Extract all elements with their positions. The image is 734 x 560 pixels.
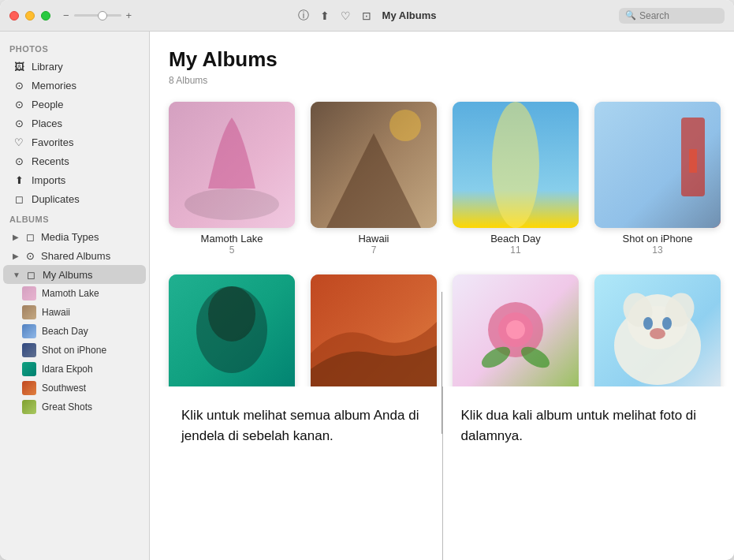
sidebar-item-favorites[interactable]: ♡ Favorites <box>3 133 146 151</box>
zoom-thumb[interactable] <box>98 11 107 21</box>
svg-point-16 <box>506 320 525 339</box>
sidebar-item-recents[interactable]: ⊙ Recents <box>3 151 146 170</box>
sidebar-item-library[interactable]: 🖼 Library <box>3 57 146 76</box>
sidebar-subitem-shot-on-iphone[interactable]: Shot on iPhone <box>0 341 149 360</box>
sidebar-item-label-favorites: Favorites <box>32 136 73 148</box>
subitem-thumb-southwest <box>22 381 36 395</box>
sidebar-subitem-idara-ekpoh[interactable]: Idara Ekpoh <box>0 360 149 379</box>
svg-rect-8 <box>689 149 697 173</box>
annotation-right: Klik dua kali album untuk melihat foto d… <box>442 386 735 560</box>
people-icon: ⊙ <box>13 98 25 110</box>
svg-point-1 <box>184 189 279 220</box>
subitem-label-southwest: Southwest <box>42 383 86 394</box>
maximize-button[interactable] <box>41 11 50 21</box>
chevron-down-icon: ▼ <box>13 271 20 279</box>
search-input[interactable] <box>639 10 718 21</box>
close-button[interactable] <box>9 11 19 21</box>
sidebar-subitem-beach-day[interactable]: Beach Day <box>0 322 149 341</box>
svg-point-5 <box>492 102 539 228</box>
sidebar-item-duplicates[interactable]: ◻ Duplicates <box>3 189 146 208</box>
album-count-mamoth-lake: 5 <box>229 245 235 256</box>
album-item-shot-on-iphone[interactable]: Shot on iPhone 13 <box>594 102 721 256</box>
sidebar-item-imports[interactable]: ⬆ Imports <box>3 170 146 189</box>
albums-grid: Mamoth Lake 5 <box>169 102 715 428</box>
subitem-label-great-shots: Great Shots <box>42 401 92 413</box>
subitem-thumb-great-shots <box>22 400 36 414</box>
sidebar-subitem-hawaii[interactable]: Hawaii <box>0 303 149 322</box>
zoom-out-button[interactable]: − <box>63 9 69 21</box>
sidebar-group-label-my-albums: My Albums <box>43 269 93 281</box>
favorites-icon: ♡ <box>13 136 25 148</box>
album-thumb-hawaii <box>311 102 437 228</box>
recents-icon: ⊙ <box>13 155 25 167</box>
titlebar-center: ⓘ ⬆ ♡ ⊡ My Albums <box>298 9 437 23</box>
sidebar-section-photos: Photos <box>0 38 149 57</box>
library-icon: 🖼 <box>13 60 25 73</box>
places-icon: ⊙ <box>13 117 25 129</box>
album-art-shot-on-iphone <box>594 102 721 228</box>
subitem-label-beach-day: Beach Day <box>42 326 88 337</box>
shared-albums-icon: ⊙ <box>24 249 36 262</box>
album-count-beach-day: 11 <box>510 245 520 256</box>
album-thumb-mamoth-lake <box>169 102 295 228</box>
sidebar: Photos 🖼 Library ⊙ Memories ⊙ People ⊙ P… <box>0 32 150 560</box>
info-icon[interactable]: ⓘ <box>298 9 309 23</box>
sidebar-item-label-places: Places <box>32 118 62 129</box>
album-name-shot-on-iphone: Shot on iPhone <box>623 233 693 245</box>
favorite-icon[interactable]: ♡ <box>341 9 351 22</box>
my-albums-icon: ◻ <box>25 268 38 281</box>
album-art-beach-day <box>453 102 579 228</box>
zoom-in-button[interactable]: + <box>126 9 132 21</box>
subitem-thumb-shot-on-iphone <box>22 343 36 357</box>
sidebar-group-shared-albums[interactable]: ▶ ⊙ Shared Albums <box>3 246 146 265</box>
sidebar-item-people[interactable]: ⊙ People <box>3 95 146 114</box>
share-icon[interactable]: ⬆ <box>320 9 330 22</box>
album-count-label: 8 Albums <box>169 75 715 86</box>
chevron-right-icon: ▶ <box>13 233 19 241</box>
album-item-mamoth-lake[interactable]: Mamoth Lake 5 <box>169 102 295 256</box>
sidebar-item-label-memories: Memories <box>32 80 76 91</box>
subitem-thumb-idara-ekpoh <box>22 362 36 376</box>
svg-point-24 <box>643 317 653 330</box>
duplicates-icon: ◻ <box>13 192 25 205</box>
album-name-hawaii: Hawaii <box>358 233 389 245</box>
annotation-area: Klik untuk melihat semua album Anda di j… <box>150 386 734 560</box>
album-art-southwest <box>311 274 437 401</box>
search-box[interactable]: 🔍 <box>619 8 725 24</box>
crop-icon[interactable]: ⊡ <box>362 9 371 22</box>
sidebar-item-memories[interactable]: ⊙ Memories <box>3 76 146 95</box>
album-art-puppy-pics <box>594 274 721 401</box>
chevron-right-icon-shared: ▶ <box>13 252 19 260</box>
sidebar-group-my-albums[interactable]: ▼ ◻ My Albums <box>3 265 146 284</box>
album-art-mamoth <box>169 102 295 228</box>
traffic-lights <box>9 11 50 21</box>
titlebar-action-icons: ⓘ ⬆ ♡ ⊡ <box>298 9 371 23</box>
sidebar-item-places[interactable]: ⊙ Places <box>3 114 146 133</box>
album-thumb-beach-day <box>453 102 579 228</box>
album-item-hawaii[interactable]: Hawaii 7 <box>311 102 437 256</box>
album-art-great-shots <box>453 274 579 401</box>
media-types-icon: ◻ <box>24 230 36 243</box>
minimize-button[interactable] <box>25 11 35 21</box>
sidebar-section-albums: Albums <box>0 208 149 227</box>
album-thumb-southwest <box>311 274 437 401</box>
sidebar-subitem-southwest[interactable]: Southwest <box>0 379 149 398</box>
zoom-track[interactable] <box>74 14 121 17</box>
subitem-label-hawaii: Hawaii <box>42 307 70 318</box>
svg-point-11 <box>208 286 255 342</box>
sidebar-item-label-duplicates: Duplicates <box>32 193 80 205</box>
sidebar-group-label-media-types: Media Types <box>41 231 99 243</box>
sidebar-group-label-shared-albums: Shared Albums <box>41 250 110 262</box>
content-area: My Albums 8 Albums <box>150 32 734 560</box>
sidebar-subitem-great-shots[interactable]: Great Shots <box>0 398 149 416</box>
sidebar-group-media-types[interactable]: ▶ ◻ Media Types <box>3 227 146 246</box>
subitem-thumb-hawaii <box>22 305 36 319</box>
svg-point-26 <box>650 328 665 339</box>
subitem-label-idara-ekpoh: Idara Ekpoh <box>42 364 93 375</box>
sidebar-item-label-people: People <box>32 99 63 110</box>
sidebar-item-label-imports: Imports <box>32 174 65 186</box>
sidebar-item-label-library: Library <box>32 61 63 73</box>
sidebar-subitem-mamoth-lake[interactable]: Mamoth Lake <box>0 284 149 303</box>
album-item-beach-day[interactable]: Beach Day 11 <box>453 102 579 256</box>
album-art-hawaii <box>311 102 437 228</box>
